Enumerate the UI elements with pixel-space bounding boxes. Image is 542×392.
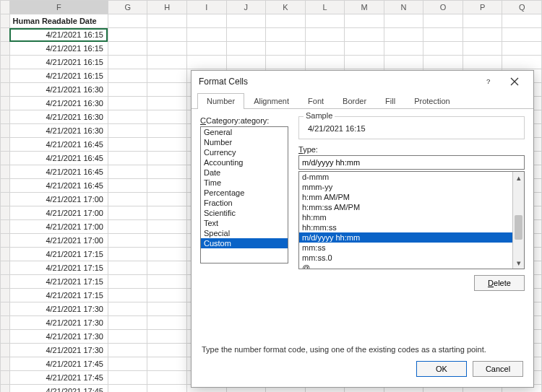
col-header-P[interactable]: P bbox=[463, 1, 502, 14]
type-option[interactable]: hh:mm:ss bbox=[299, 222, 512, 232]
col-header-G[interactable]: G bbox=[108, 1, 147, 14]
data-cell[interactable]: 4/21/2021 17:00 bbox=[9, 220, 108, 234]
col-header-H[interactable]: H bbox=[147, 1, 187, 14]
data-cell[interactable]: 4/21/2021 17:45 bbox=[9, 371, 108, 385]
col-header-I[interactable]: I bbox=[187, 1, 227, 14]
data-cell[interactable]: 4/21/2021 16:15 bbox=[9, 42, 108, 56]
data-cell[interactable]: 4/21/2021 16:15 bbox=[9, 28, 108, 42]
scroll-down-icon[interactable]: ▾ bbox=[513, 257, 524, 269]
type-option[interactable]: h:mm AM/PM bbox=[299, 192, 512, 202]
type-option[interactable]: @ bbox=[299, 263, 512, 269]
format-cells-dialog: Format Cells ? NumberAlignmentFontBorder… bbox=[191, 70, 534, 388]
category-label: CCategory:ategory: bbox=[200, 116, 288, 125]
table-row[interactable]: 4/21/2021 16:15 bbox=[1, 28, 542, 42]
dialog-tabs: NumberAlignmentFontBorderFillProtection bbox=[192, 92, 533, 109]
table-row[interactable]: 4/21/2021 16:15 bbox=[1, 56, 542, 69]
data-cell[interactable]: 4/21/2021 16:30 bbox=[9, 83, 108, 97]
category-item[interactable]: General bbox=[201, 127, 288, 137]
data-cell[interactable]: 4/21/2021 16:15 bbox=[9, 69, 108, 83]
category-item[interactable]: Number bbox=[201, 137, 288, 147]
svg-text:?: ? bbox=[486, 77, 491, 85]
category-item[interactable]: Percentage bbox=[201, 188, 288, 198]
data-cell[interactable]: 4/21/2021 17:30 bbox=[9, 302, 108, 316]
category-item[interactable]: Scientific bbox=[201, 208, 288, 218]
data-cell[interactable]: 4/21/2021 16:45 bbox=[9, 165, 108, 179]
col-header-Q[interactable]: Q bbox=[502, 1, 542, 14]
data-cell[interactable]: 4/21/2021 17:45 bbox=[9, 385, 108, 393]
close-button[interactable] bbox=[502, 72, 528, 91]
tab-alignment[interactable]: Alignment bbox=[244, 93, 298, 109]
delete-button[interactable]: Delete bbox=[474, 275, 525, 291]
type-option[interactable]: h:mm:ss AM/PM bbox=[299, 202, 512, 212]
category-list[interactable]: GeneralNumberCurrencyAccountingDateTimeP… bbox=[200, 126, 288, 263]
type-option[interactable]: d-mmm bbox=[299, 172, 512, 182]
column-headers[interactable]: F G H I J K L M N O P Q bbox=[1, 1, 542, 14]
tab-fill[interactable]: Fill bbox=[376, 93, 405, 109]
data-cell[interactable]: 4/21/2021 16:30 bbox=[9, 97, 108, 110]
category-item[interactable]: Currency bbox=[201, 147, 288, 157]
header-cell[interactable]: Human Readable Date bbox=[9, 14, 108, 28]
data-cell[interactable]: 4/21/2021 17:00 bbox=[9, 206, 108, 220]
type-label: Type: bbox=[298, 145, 525, 154]
data-cell[interactable]: 4/21/2021 17:15 bbox=[9, 261, 108, 275]
col-header-N[interactable]: N bbox=[384, 1, 423, 14]
type-option[interactable]: hh:mm bbox=[299, 212, 512, 222]
col-header-F[interactable]: F bbox=[9, 1, 108, 14]
sample-label: Sample bbox=[304, 111, 335, 120]
tab-border[interactable]: Border bbox=[333, 93, 376, 109]
data-cell[interactable]: 4/21/2021 16:45 bbox=[9, 138, 108, 152]
tab-number[interactable]: Number bbox=[197, 93, 244, 109]
tab-protection[interactable]: Protection bbox=[405, 93, 460, 109]
category-item[interactable]: Special bbox=[201, 228, 288, 238]
dialog-title: Format Cells bbox=[199, 77, 248, 87]
scroll-thumb[interactable] bbox=[515, 215, 522, 240]
dialog-titlebar[interactable]: Format Cells ? bbox=[192, 71, 533, 92]
col-header-O[interactable]: O bbox=[423, 1, 463, 14]
dialog-footer: OK Cancel bbox=[192, 354, 533, 387]
data-cell[interactable]: 4/21/2021 17:30 bbox=[9, 344, 108, 357]
data-cell[interactable]: 4/21/2021 17:15 bbox=[9, 289, 108, 302]
data-cell[interactable]: 4/21/2021 17:15 bbox=[9, 248, 108, 261]
type-option[interactable]: mm:ss bbox=[299, 243, 512, 253]
data-cell[interactable]: 4/21/2021 16:15 bbox=[9, 56, 108, 69]
data-cell[interactable]: 4/21/2021 17:45 bbox=[9, 357, 108, 371]
col-header-M[interactable]: M bbox=[345, 1, 384, 14]
ok-button[interactable]: OK bbox=[416, 361, 467, 377]
category-item[interactable]: Date bbox=[201, 167, 288, 178]
category-item[interactable]: Time bbox=[201, 178, 288, 188]
sample-value: 4/21/2021 16:15 bbox=[299, 118, 524, 133]
category-item[interactable]: Text bbox=[201, 218, 288, 228]
category-item[interactable]: Accounting bbox=[201, 157, 288, 167]
data-cell[interactable]: 4/21/2021 16:45 bbox=[9, 152, 108, 165]
data-cell[interactable]: 4/21/2021 16:30 bbox=[9, 110, 108, 124]
data-cell[interactable]: 4/21/2021 17:00 bbox=[9, 234, 108, 248]
help-button[interactable]: ? bbox=[476, 72, 502, 91]
data-cell[interactable]: 4/21/2021 17:30 bbox=[9, 330, 108, 344]
scroll-up-icon[interactable]: ▴ bbox=[513, 172, 524, 183]
col-header-J[interactable]: J bbox=[226, 1, 266, 14]
type-input[interactable] bbox=[298, 155, 525, 170]
type-option[interactable]: m/d/yyyy hh:mm bbox=[299, 232, 512, 243]
type-option[interactable]: mmm-yy bbox=[299, 182, 512, 192]
data-cell[interactable]: 4/21/2021 17:30 bbox=[9, 316, 108, 330]
type-option[interactable]: mm:ss.0 bbox=[299, 253, 512, 263]
tab-font[interactable]: Font bbox=[298, 93, 333, 109]
format-hint: Type the number format code, using one o… bbox=[192, 338, 533, 354]
category-item[interactable]: Custom bbox=[201, 238, 288, 248]
type-list[interactable]: d-mmmmmm-yyh:mm AM/PMh:mm:ss AM/PMhh:mmh… bbox=[298, 171, 525, 269]
data-cell[interactable]: 4/21/2021 16:45 bbox=[9, 179, 108, 193]
table-row[interactable]: 4/21/2021 16:15 bbox=[1, 42, 542, 56]
data-cell[interactable]: 4/21/2021 17:00 bbox=[9, 193, 108, 206]
type-list-scrollbar[interactable]: ▴ ▾ bbox=[512, 172, 524, 269]
sample-box: Sample 4/21/2021 16:15 bbox=[298, 116, 525, 139]
col-header-K[interactable]: K bbox=[266, 1, 306, 14]
col-header-L[interactable]: L bbox=[305, 1, 345, 14]
category-item[interactable]: Fraction bbox=[201, 198, 288, 208]
cancel-button[interactable]: Cancel bbox=[473, 361, 523, 377]
data-cell[interactable]: 4/21/2021 16:30 bbox=[9, 124, 108, 138]
data-cell[interactable]: 4/21/2021 17:15 bbox=[9, 275, 108, 289]
